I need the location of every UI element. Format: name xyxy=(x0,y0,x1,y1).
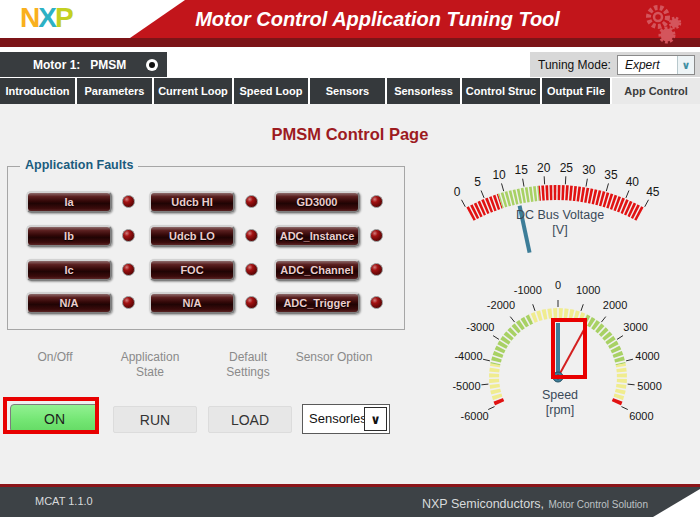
motor-label: Motor 1: xyxy=(33,58,80,72)
fault-led-indicator xyxy=(122,263,135,276)
footer-diagonal-decoration xyxy=(653,489,700,517)
page-title: PMSM Control Page xyxy=(0,125,700,144)
fault-led-indicator xyxy=(122,195,135,208)
fault-led-indicator xyxy=(370,263,383,276)
fault-led-indicator xyxy=(370,296,383,309)
radio-dot xyxy=(149,62,155,68)
svg-text:2000: 2000 xyxy=(603,299,627,311)
fault-led-indicator xyxy=(245,296,258,309)
fault-button-adc-trigger[interactable]: ADC_Trigger xyxy=(274,292,360,314)
footer-brand-sub: Motor Control Solution xyxy=(549,499,649,510)
application-state-label: Application State xyxy=(110,350,190,380)
motor-selector[interactable]: Motor 1: PMSM xyxy=(0,52,167,77)
tab-introduction[interactable]: Introduction xyxy=(0,78,75,104)
fault-led-indicator xyxy=(245,195,258,208)
fault-button-ib[interactable]: Ib xyxy=(26,225,112,247)
chevron-down-icon[interactable]: ∨ xyxy=(677,56,694,74)
fault-led-indicator xyxy=(370,229,383,242)
svg-text:1000: 1000 xyxy=(576,284,600,296)
status-bar: MCAT 1.1.0 NXP Semiconductors, Motor Con… xyxy=(0,484,700,517)
motor-radio-button[interactable] xyxy=(146,59,158,71)
default-settings-label: Default Settings xyxy=(210,350,286,380)
fault-led-indicator xyxy=(122,229,135,242)
tab-parameters[interactable]: Parameters xyxy=(77,78,152,104)
application-faults-groupbox: Application Faults IaUdcb HIGD3000IbUdcb… xyxy=(7,166,405,330)
on-off-toggle-button[interactable]: ON xyxy=(10,404,99,433)
svg-text:0: 0 xyxy=(555,279,561,291)
footer-brand: NXP Semiconductors, Motor Control Soluti… xyxy=(422,494,648,512)
sensor-option-label: Sensor Option xyxy=(290,350,378,365)
tab-app-control[interactable]: App Control xyxy=(612,78,700,104)
svg-text:-3000: -3000 xyxy=(466,321,494,333)
svg-text:45: 45 xyxy=(646,185,660,199)
application-faults-legend: Application Faults xyxy=(20,158,138,172)
dc-bus-voltage-gauge: 051015202530354045 xyxy=(447,150,663,262)
svg-text:6000: 6000 xyxy=(629,410,653,422)
logo-letter: N xyxy=(20,2,38,33)
fault-led-indicator xyxy=(370,195,383,208)
application-state-button[interactable]: RUN xyxy=(113,406,197,433)
svg-text:40: 40 xyxy=(626,175,640,189)
footer-brand-main: NXP Semiconductors, xyxy=(422,497,544,511)
fault-led-indicator xyxy=(122,296,135,309)
fault-button-adc-instance[interactable]: ADC_Instance xyxy=(274,225,360,247)
tab-sensors[interactable]: Sensors xyxy=(310,78,385,104)
fault-button-n-a[interactable]: N/A xyxy=(149,292,235,314)
default-settings-button[interactable]: LOAD xyxy=(208,406,292,433)
svg-text:15: 15 xyxy=(514,163,528,177)
svg-text:3000: 3000 xyxy=(623,321,647,333)
fault-button-ic[interactable]: Ic xyxy=(26,259,112,281)
svg-text:4000: 4000 xyxy=(635,350,659,362)
page-content: PMSM Control Page Application Faults IaU… xyxy=(0,104,700,484)
on-off-label: On/Off xyxy=(25,350,85,365)
fault-led-indicator xyxy=(245,229,258,242)
svg-text:-1000: -1000 xyxy=(514,284,542,296)
fault-button-udcb-hi[interactable]: Udcb HI xyxy=(149,191,235,213)
svg-text:-6000: -6000 xyxy=(461,410,489,422)
logo-letter: P xyxy=(55,2,72,33)
app-title: Motor Control Application Tuning Tool xyxy=(150,0,605,38)
logo-letter: X xyxy=(38,2,55,33)
fault-button-n-a[interactable]: N/A xyxy=(26,292,112,314)
svg-text:35: 35 xyxy=(604,168,618,182)
mcat-window: NXP Motor Control Application Tuning Too… xyxy=(0,0,700,517)
tuning-mode-label: Tuning Mode: xyxy=(538,58,611,72)
dc-bus-voltage-caption: DC Bus Voltage xyxy=(488,208,632,222)
svg-text:25: 25 xyxy=(560,161,574,175)
tab-control-struc[interactable]: Control Struc xyxy=(462,78,540,104)
tab-speed-loop[interactable]: Speed Loop xyxy=(234,78,308,104)
svg-text:20: 20 xyxy=(537,161,551,175)
nxp-logo: NXP xyxy=(20,2,72,34)
svg-text:-5000: -5000 xyxy=(452,380,480,392)
gauge-needle xyxy=(558,328,585,377)
sensor-option-value: Sensorles xyxy=(309,411,367,426)
fault-button-adc-channel[interactable]: ADC_Channel xyxy=(274,259,360,281)
fault-button-ia[interactable]: Ia xyxy=(26,191,112,213)
sensor-option-select[interactable]: Sensorles ∨ xyxy=(302,404,390,434)
header-accent-strip xyxy=(0,38,700,47)
fault-button-foc[interactable]: FOC xyxy=(149,259,235,281)
gears-icon xyxy=(634,1,692,46)
motor-value: PMSM xyxy=(90,58,126,72)
fault-led-indicator xyxy=(245,263,258,276)
svg-text:0: 0 xyxy=(454,185,461,199)
dc-bus-voltage-unit: [V] xyxy=(488,223,632,237)
tuning-mode-value: Expert xyxy=(618,58,677,72)
svg-text:5000: 5000 xyxy=(637,380,661,392)
speed-caption: Speed xyxy=(500,388,620,402)
mcat-version: MCAT 1.1.0 xyxy=(35,495,93,507)
speed-unit: [rpm] xyxy=(500,403,620,417)
motor-selector-row: Motor 1: PMSM Tuning Mode: Expert ∨ xyxy=(0,47,700,78)
fault-button-gd3000[interactable]: GD3000 xyxy=(274,191,360,213)
svg-text:30: 30 xyxy=(582,163,596,177)
fault-button-udcb-lo[interactable]: Udcb LO xyxy=(149,225,235,247)
svg-text:10: 10 xyxy=(492,168,506,182)
svg-text:-4000: -4000 xyxy=(454,350,482,362)
tab-output-file[interactable]: Output File xyxy=(542,78,610,104)
svg-text:-2000: -2000 xyxy=(487,299,515,311)
tuning-mode-select[interactable]: Expert ∨ xyxy=(617,55,695,75)
tab-sensorless[interactable]: Sensorless xyxy=(387,78,460,104)
chevron-down-icon[interactable]: ∨ xyxy=(364,407,387,431)
tab-current-loop[interactable]: Current Loop xyxy=(154,78,232,104)
svg-text:5: 5 xyxy=(474,175,481,189)
